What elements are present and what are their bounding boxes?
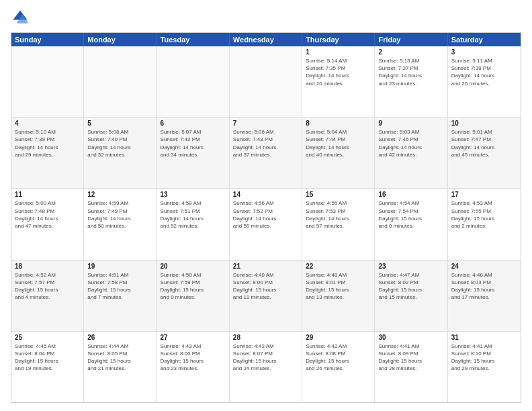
calendar-cell: 23Sunrise: 4:47 AM Sunset: 8:02 PM Dayli… [375,261,447,331]
calendar-cell [11,46,84,117]
day-number: 27 [161,334,226,341]
day-number: 28 [233,334,298,341]
day-number: 2 [378,48,443,56]
calendar-cell: 4Sunrise: 5:10 AM Sunset: 7:39 PM Daylig… [11,118,84,188]
calendar-cell: 31Sunrise: 4:41 AM Sunset: 8:10 PM Dayli… [448,332,521,402]
day-info: Sunrise: 5:06 AM Sunset: 7:43 PM Dayligh… [233,128,298,158]
day-info: Sunrise: 4:43 AM Sunset: 8:06 PM Dayligh… [161,342,226,373]
day-number: 29 [306,334,371,341]
day-info: Sunrise: 4:54 AM Sunset: 7:54 PM Dayligh… [378,199,443,230]
day-number: 8 [306,120,371,127]
day-info: Sunrise: 4:56 AM Sunset: 7:52 PM Dayligh… [233,199,298,230]
calendar-cell: 6Sunrise: 5:07 AM Sunset: 7:42 PM Daylig… [157,118,230,188]
calendar-header-cell: Monday [84,33,157,46]
day-info: Sunrise: 4:55 AM Sunset: 7:53 PM Dayligh… [306,199,371,230]
calendar-cell [84,46,157,117]
calendar-cell [230,46,302,117]
day-number: 30 [378,334,443,341]
day-info: Sunrise: 5:08 AM Sunset: 7:40 PM Dayligh… [87,128,152,158]
calendar-cell: 24Sunrise: 4:46 AM Sunset: 8:03 PM Dayli… [448,261,521,331]
day-number: 16 [378,191,443,198]
calendar-cell: 29Sunrise: 4:42 AM Sunset: 8:08 PM Dayli… [302,332,375,402]
day-info: Sunrise: 5:14 AM Sunset: 7:35 PM Dayligh… [306,57,371,87]
day-number: 12 [87,191,152,198]
calendar-cell: 21Sunrise: 4:49 AM Sunset: 8:00 PM Dayli… [230,261,302,331]
day-info: Sunrise: 5:10 AM Sunset: 7:39 PM Dayligh… [15,128,80,158]
day-number: 13 [161,191,226,198]
day-number: 23 [378,263,443,270]
day-number: 15 [306,191,371,198]
calendar-row: 18Sunrise: 4:52 AM Sunset: 7:57 PM Dayli… [11,261,521,332]
day-number: 19 [87,263,152,270]
calendar-cell: 27Sunrise: 4:43 AM Sunset: 8:06 PM Dayli… [157,332,230,402]
calendar-cell: 20Sunrise: 4:50 AM Sunset: 7:59 PM Dayli… [157,261,230,331]
day-info: Sunrise: 5:01 AM Sunset: 7:47 PM Dayligh… [451,128,517,158]
calendar-cell: 13Sunrise: 4:58 AM Sunset: 7:51 PM Dayli… [157,189,230,259]
calendar-cell: 28Sunrise: 4:43 AM Sunset: 8:07 PM Dayli… [230,332,302,402]
day-number: 5 [87,120,152,127]
day-info: Sunrise: 4:41 AM Sunset: 8:09 PM Dayligh… [378,342,443,373]
day-info: Sunrise: 5:00 AM Sunset: 7:48 PM Dayligh… [15,199,80,230]
calendar-cell: 17Sunrise: 4:53 AM Sunset: 7:55 PM Dayli… [448,189,521,259]
day-info: Sunrise: 5:11 AM Sunset: 7:38 PM Dayligh… [451,57,517,87]
day-number: 10 [451,120,517,127]
calendar: SundayMondayTuesdayWednesdayThursdayFrid… [11,32,521,403]
calendar-cell: 5Sunrise: 5:08 AM Sunset: 7:40 PM Daylig… [84,118,157,188]
day-info: Sunrise: 5:07 AM Sunset: 7:42 PM Dayligh… [161,128,226,158]
calendar-header-cell: Saturday [448,33,521,46]
day-info: Sunrise: 4:41 AM Sunset: 8:10 PM Dayligh… [451,342,517,373]
calendar-cell: 19Sunrise: 4:51 AM Sunset: 7:58 PM Dayli… [84,261,157,331]
day-info: Sunrise: 4:52 AM Sunset: 7:57 PM Dayligh… [15,271,80,302]
calendar-body: 1Sunrise: 5:14 AM Sunset: 7:35 PM Daylig… [11,46,521,402]
calendar-header-cell: Thursday [302,33,375,46]
day-number: 22 [306,263,371,270]
calendar-cell: 8Sunrise: 5:04 AM Sunset: 7:44 PM Daylig… [302,118,375,188]
calendar-cell: 16Sunrise: 4:54 AM Sunset: 7:54 PM Dayli… [375,189,447,259]
day-number: 17 [451,191,517,198]
calendar-header-cell: Friday [375,33,447,46]
day-info: Sunrise: 4:53 AM Sunset: 7:55 PM Dayligh… [451,199,517,230]
day-number: 14 [233,191,298,198]
day-number: 7 [233,120,298,127]
day-number: 24 [451,263,517,270]
calendar-header-cell: Tuesday [157,33,230,46]
day-number: 11 [15,191,80,198]
page: SundayMondayTuesdayWednesdayThursdayFrid… [0,0,532,411]
day-number: 18 [15,263,80,270]
day-info: Sunrise: 5:13 AM Sunset: 7:37 PM Dayligh… [378,57,443,87]
day-info: Sunrise: 4:59 AM Sunset: 7:49 PM Dayligh… [87,199,152,230]
calendar-cell: 3Sunrise: 5:11 AM Sunset: 7:38 PM Daylig… [448,46,521,117]
calendar-cell: 1Sunrise: 5:14 AM Sunset: 7:35 PM Daylig… [302,46,375,117]
calendar-header-cell: Sunday [11,33,84,46]
logo [11,8,32,27]
day-info: Sunrise: 4:42 AM Sunset: 8:08 PM Dayligh… [306,342,371,373]
day-number: 31 [451,334,517,341]
calendar-row: 11Sunrise: 5:00 AM Sunset: 7:48 PM Dayli… [11,189,521,260]
calendar-cell [157,46,230,117]
calendar-cell: 30Sunrise: 4:41 AM Sunset: 8:09 PM Dayli… [375,332,447,402]
calendar-header-cell: Wednesday [230,33,302,46]
day-number: 26 [87,334,152,341]
day-info: Sunrise: 5:04 AM Sunset: 7:44 PM Dayligh… [306,128,371,158]
calendar-row: 25Sunrise: 4:45 AM Sunset: 8:04 PM Dayli… [11,332,521,402]
day-number: 9 [378,120,443,127]
day-info: Sunrise: 4:58 AM Sunset: 7:51 PM Dayligh… [161,199,226,230]
day-info: Sunrise: 4:49 AM Sunset: 8:00 PM Dayligh… [233,271,298,302]
calendar-cell: 12Sunrise: 4:59 AM Sunset: 7:49 PM Dayli… [84,189,157,259]
logo-icon [11,8,30,27]
calendar-row: 1Sunrise: 5:14 AM Sunset: 7:35 PM Daylig… [11,46,521,118]
calendar-row: 4Sunrise: 5:10 AM Sunset: 7:39 PM Daylig… [11,118,521,189]
calendar-cell: 25Sunrise: 4:45 AM Sunset: 8:04 PM Dayli… [11,332,84,402]
calendar-cell: 18Sunrise: 4:52 AM Sunset: 7:57 PM Dayli… [11,261,84,331]
calendar-cell: 7Sunrise: 5:06 AM Sunset: 7:43 PM Daylig… [230,118,302,188]
day-number: 1 [306,48,371,56]
day-info: Sunrise: 4:45 AM Sunset: 8:04 PM Dayligh… [15,342,80,373]
calendar-cell: 11Sunrise: 5:00 AM Sunset: 7:48 PM Dayli… [11,189,84,259]
day-number: 6 [161,120,226,127]
day-info: Sunrise: 5:03 AM Sunset: 7:46 PM Dayligh… [378,128,443,158]
day-number: 20 [161,263,226,270]
calendar-cell: 14Sunrise: 4:56 AM Sunset: 7:52 PM Dayli… [230,189,302,259]
day-info: Sunrise: 4:50 AM Sunset: 7:59 PM Dayligh… [161,271,226,302]
calendar-cell: 26Sunrise: 4:44 AM Sunset: 8:05 PM Dayli… [84,332,157,402]
calendar-header: SundayMondayTuesdayWednesdayThursdayFrid… [11,33,521,46]
